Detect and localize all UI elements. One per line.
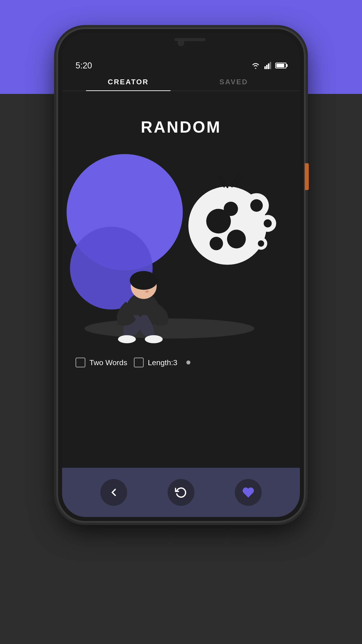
status-bar: 5:20: [62, 58, 300, 73]
notch-camera: [178, 40, 184, 46]
volume-button: [305, 163, 309, 190]
tab-saved[interactable]: SAVED: [181, 78, 287, 90]
length-option[interactable]: Length:3: [134, 358, 177, 368]
svg-point-21: [264, 219, 272, 228]
svg-rect-2: [268, 63, 269, 69]
dot-separator: [186, 360, 190, 364]
heart-icon: [242, 486, 254, 498]
signal-icon: [264, 62, 272, 69]
chevron-left-icon: [108, 486, 120, 498]
status-time: 5:20: [75, 61, 92, 70]
svg-rect-3: [270, 62, 271, 69]
two-words-label: Two Words: [89, 358, 127, 367]
svg-point-11: [145, 335, 163, 343]
refresh-icon: [175, 486, 187, 498]
refresh-button[interactable]: [168, 479, 194, 506]
wifi-icon: [251, 62, 261, 69]
svg-rect-1: [266, 65, 268, 69]
phone-screen: 5:20: [62, 33, 300, 517]
svg-point-12: [145, 290, 149, 293]
svg-point-16: [210, 237, 223, 250]
action-bar: [62, 468, 300, 517]
svg-point-9: [130, 271, 158, 290]
favorite-button[interactable]: [235, 479, 262, 506]
back-button[interactable]: [100, 479, 127, 506]
length-label: Length:3: [148, 358, 177, 367]
tab-bar: CREATOR SAVED: [62, 78, 300, 91]
svg-point-29: [228, 208, 236, 215]
length-checkbox[interactable]: [134, 358, 144, 368]
svg-point-6: [84, 318, 254, 338]
svg-rect-0: [264, 66, 266, 69]
svg-point-28: [213, 209, 222, 218]
phone-frame: 5:20: [58, 29, 304, 521]
two-words-checkbox[interactable]: [75, 358, 85, 368]
battery-icon: [275, 62, 287, 68]
main-illustration: [62, 150, 300, 346]
notch-area: [62, 33, 300, 58]
svg-point-23: [258, 240, 264, 247]
options-area: Two Words Length:3: [62, 358, 300, 368]
illustration-area: [62, 150, 300, 346]
phone-wrapper: 5:20: [58, 29, 304, 521]
status-icons: [251, 62, 287, 69]
svg-line-25: [232, 175, 239, 186]
svg-point-10: [118, 335, 136, 343]
svg-point-19: [250, 199, 263, 212]
two-words-option[interactable]: Two Words: [75, 358, 127, 368]
tab-creator[interactable]: CREATOR: [75, 78, 181, 90]
random-title: RANDOM: [62, 118, 300, 136]
svg-point-15: [227, 230, 246, 248]
